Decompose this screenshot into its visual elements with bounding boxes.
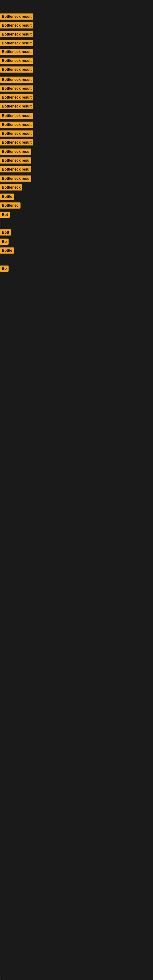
bottleneck-badge-7: Bottleneck result [0, 67, 33, 73]
bottleneck-badge-13: Bottleneck result [0, 122, 33, 128]
badge-row-16: Bottleneck resu [0, 148, 31, 156]
badge-row-9: Bottleneck result [0, 86, 33, 93]
bottleneck-badge-24: Bott [0, 229, 11, 235]
badge-row-21: Bottle [0, 194, 14, 201]
badge-row-12: Bottleneck result [0, 113, 33, 120]
badge-row-2: Bottleneck result [0, 22, 33, 30]
bottleneck-badge-3: Bottleneck result [0, 31, 33, 37]
cursor-line-2 [1, 978, 1, 980]
badge-row-5: Bottleneck result [0, 49, 33, 56]
bottleneck-badge-6: Bottleneck result [0, 57, 33, 64]
badge-row-10: Bottleneck result [0, 94, 33, 102]
bottleneck-badge-22: Bottlenec [0, 202, 21, 208]
badge-row-20: Bottleneck [0, 185, 22, 192]
bottleneck-badge-17: Bottleneck resu [0, 158, 31, 164]
bottleneck-badge-8: Bottleneck result [0, 76, 33, 83]
badge-row-27: Bo [0, 266, 9, 273]
bottleneck-badge-2: Bottleneck result [0, 22, 33, 29]
cursor-line-1 [1, 221, 1, 227]
bottleneck-badge-25: Bo [0, 239, 9, 245]
bottleneck-badge-9: Bottleneck result [0, 86, 33, 92]
bottleneck-badge-1: Bottleneck result [0, 13, 33, 20]
badge-row-25: Bo [0, 239, 9, 246]
badge-row-13: Bottleneck result [0, 122, 33, 129]
badge-row-1: Bottleneck result [0, 13, 33, 21]
bottleneck-badge-11: Bottleneck result [0, 103, 33, 109]
badge-row-18: Bottleneck resu [0, 166, 31, 173]
badge-row-19: Bottleneck resu [0, 175, 31, 183]
bottleneck-badge-19: Bottleneck resu [0, 175, 31, 181]
badge-row-4: Bottleneck result [0, 40, 33, 48]
bottleneck-badge-10: Bottleneck result [0, 94, 33, 100]
badge-row-11: Bottleneck result [0, 103, 33, 111]
badge-row-24: Bott [0, 229, 11, 237]
badge-row-8: Bottleneck result [0, 76, 33, 84]
site-title [0, 0, 153, 5]
bottleneck-badge-27: Bo [0, 266, 9, 272]
badge-row-3: Bottleneck result [0, 31, 33, 38]
bottleneck-badge-16: Bottleneck resu [0, 148, 31, 155]
bottleneck-badge-23: Bot [0, 212, 10, 218]
bottleneck-badge-15: Bottleneck result [0, 139, 33, 145]
bottleneck-badge-21: Bottle [0, 194, 14, 200]
badge-row-14: Bottleneck result [0, 130, 33, 138]
bottleneck-badge-18: Bottleneck resu [0, 166, 31, 172]
badge-row-7: Bottleneck result [0, 67, 33, 74]
badge-row-23: Bot [0, 212, 10, 219]
bottleneck-badge-4: Bottleneck result [0, 40, 33, 46]
bottleneck-badge-26: Bottle [0, 247, 14, 254]
bottleneck-badge-20: Bottleneck [0, 185, 22, 191]
badge-row-15: Bottleneck result [0, 139, 33, 147]
badge-row-17: Bottleneck resu [0, 158, 31, 165]
badge-row-22: Bottlenec [0, 202, 21, 210]
bottleneck-badge-12: Bottleneck result [0, 113, 33, 119]
bottleneck-badge-14: Bottleneck result [0, 130, 33, 137]
badge-row-6: Bottleneck result [0, 57, 33, 65]
badge-row-26: Bottle [0, 247, 14, 255]
bottleneck-badge-5: Bottleneck result [0, 49, 33, 55]
